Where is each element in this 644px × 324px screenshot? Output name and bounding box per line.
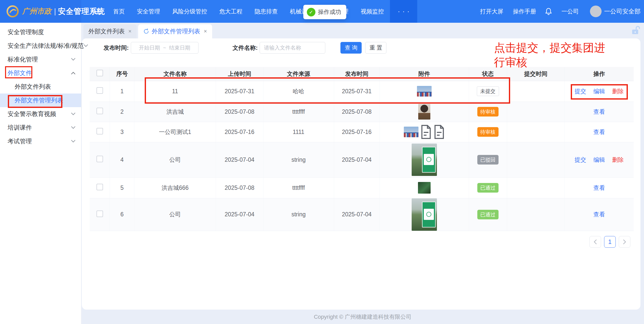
col-submit-time: 提交时间 [507,67,564,81]
collapse-menu-icon[interactable] [94,8,102,15]
user-name[interactable]: 一公司安全部 [604,7,640,15]
brand-emblem-icon [6,5,19,18]
edit-link[interactable]: 编辑 [593,88,605,95]
nav-risk-control[interactable]: 风险分级管控 [166,0,213,23]
col-file-source: 文件来源 [263,67,334,81]
view-link[interactable]: 查看 [593,108,605,115]
document-file-icon[interactable] [420,125,432,139]
page-number-button[interactable]: 1 [604,236,616,248]
status-badge: 未提交 [477,86,499,96]
nav-hazard-check[interactable]: 隐患排查 [249,0,284,23]
open-big-screen-link[interactable]: 打开大屏 [480,8,503,15]
chevron-down-icon [71,126,76,129]
row-checkbox[interactable] [96,184,103,190]
document-file-icon[interactable] [434,125,445,139]
col-publish-time: 发布时间 [334,67,380,81]
sidebar-item-laws[interactable]: 安全生产法律法规/标准/规范 [0,39,81,53]
unlock-icon[interactable] [630,25,640,36]
view-link[interactable]: 查看 [593,184,605,191]
nav-safety-mgmt[interactable]: 安全管理 [131,0,166,23]
nav-major-projects[interactable]: 危大工程 [213,0,249,23]
sidebar-item-external-file-list[interactable]: 外部文件列表 [0,80,81,94]
col-file-name: 文件名称 [134,67,216,81]
status-badge: 已通过 [477,183,499,193]
filter-row: 发布时间: 文件名称: 查 询 重 置 [82,42,640,54]
select-all-checkbox[interactable] [96,70,103,76]
pagination: 1 [82,236,630,248]
table-row: 4 公司 2025-07-04 string 2025-07-04 已驳回 提交… [90,142,634,177]
table-row: 6 公司 2025-07-04 string 2025-07-04 已通过 查看 [90,198,634,231]
user-avatar[interactable] [590,6,602,17]
delete-link[interactable]: 删除 [612,156,624,163]
row-checkbox[interactable] [96,211,103,217]
brand-name: 广州市政 [22,6,52,16]
toast-message: 操作成功 [318,8,341,16]
sidebar-item-external-file-manage-list[interactable]: 外部文件管理列表 [0,94,81,107]
success-check-icon: ✓ [307,8,315,16]
table-row: 3 一公司测试1 2025-07-16 1111 2025-07-16 [90,122,634,142]
nav-home[interactable]: 首页 [107,0,131,23]
row-checkbox[interactable] [96,156,103,162]
manual-link[interactable]: 操作手册 [513,8,536,15]
sidebar: 安全管理制度 安全生产法律法规/标准/规范 标准化管理 外部文件 外部文件列表 … [0,23,81,324]
refresh-icon [143,28,149,34]
attachment-thumbnail[interactable] [404,127,418,137]
next-page-button[interactable] [619,236,630,248]
edit-link[interactable]: 编辑 [593,156,605,163]
submit-link[interactable]: 提交 [575,88,586,95]
table-row: 5 洪吉城666 2025-07-08 ttttffff 已通过 查看 [90,177,634,198]
sidebar-item-warning-videos[interactable]: 安全警示教育视频 [0,107,81,121]
tab-close-icon[interactable]: × [204,28,207,35]
submit-link[interactable]: 提交 [575,156,586,163]
row-checkbox[interactable] [96,128,103,134]
date-range-input[interactable] [131,42,199,54]
sidebar-item-standardization[interactable]: 标准化管理 [0,53,81,66]
row-checkbox[interactable] [96,108,103,114]
status-badge: 待审核 [477,107,499,117]
col-status: 状态 [469,67,507,81]
content-card: 发布时间: 文件名称: 查 询 重 置 序号 文件名称 上传时间 文件来源 发 [82,38,640,310]
sidebar-item-external-files[interactable]: 外部文件 [0,66,81,80]
chevron-down-icon [71,58,76,61]
sidebar-item-exam-mgmt[interactable]: 考试管理 [0,134,81,148]
chevron-up-icon [71,72,76,75]
tab-close-icon[interactable]: × [128,28,132,35]
delete-link[interactable]: 删除 [612,88,624,95]
status-badge: 已通过 [477,210,499,219]
view-link[interactable]: 查看 [593,211,605,218]
table-row: 2 洪吉城 2025-07-08 ttttffff 2025-07-08 待审核… [90,102,634,122]
sidebar-item-training-courseware[interactable]: 培训课件 [0,121,81,134]
tab-external-file-list[interactable]: 外部文件列表 × [83,24,137,38]
chevron-down-icon [84,44,88,47]
tab-bar: 外部文件列表 × 外部文件管理列表 × [81,23,644,38]
nav-more-button[interactable]: ··· [390,0,417,23]
nav-video-monitor[interactable]: 视频监控 [355,0,390,23]
file-name-input[interactable] [260,42,325,54]
notification-bell-icon[interactable] [545,8,552,15]
company-selector[interactable]: 一公司 [561,8,579,15]
col-attachment: 附件 [380,67,469,81]
chevron-down-icon [71,112,76,115]
main-content: 外部文件列表 × 外部文件管理列表 × 发布时间: 文件名称: 查 询 重 置 [81,23,644,324]
attachment-thumbnail[interactable] [418,182,431,194]
sidebar-item-safety-rules[interactable]: 安全管理制度 [0,25,81,39]
col-operation: 操作 [564,67,634,81]
search-button[interactable]: 查 询 [340,42,362,54]
col-no: 序号 [110,67,134,81]
view-link[interactable]: 查看 [593,129,605,135]
brand-divider: | [54,7,56,16]
files-table: 序号 文件名称 上传时间 文件来源 发布时间 附件 状态 提交时间 操作 1 1… [90,67,634,231]
tab-external-file-manage-list[interactable]: 外部文件管理列表 × [138,24,212,38]
reset-button[interactable]: 重 置 [365,42,386,54]
status-badge: 待审核 [477,127,499,137]
prev-page-button[interactable] [589,236,601,248]
copyright-footer: Copyright © 广州穗建建造科技有限公司 [81,310,644,324]
header-right: 打开大屏 操作手册 一公司 一公司安全部 [470,0,644,23]
attachment-thumbnail[interactable] [418,104,430,120]
row-checkbox[interactable] [96,87,103,94]
file-name-label: 文件名称: [233,44,258,52]
attachment-thumbnail[interactable] [417,86,432,97]
attachment-thumbnail[interactable] [412,144,437,176]
attachment-thumbnail[interactable] [412,198,437,231]
success-toast: ✓ 操作成功 [303,5,346,19]
